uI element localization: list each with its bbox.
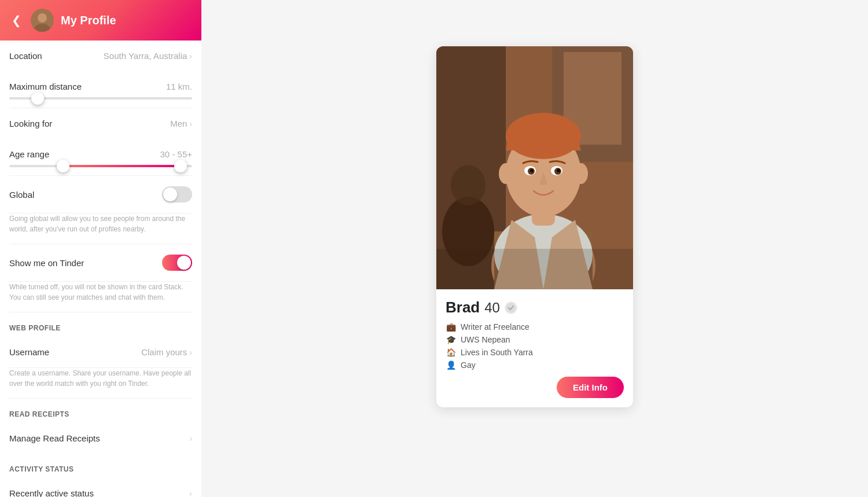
profile-photo	[436, 46, 633, 289]
education-icon: 🎓	[446, 335, 456, 344]
profile-actions: Edit Info	[446, 377, 624, 398]
job-icon: 💼	[446, 322, 456, 332]
profile-header: ❮ My Profile	[0, 0, 201, 41]
show-on-tinder-toggle[interactable]	[162, 255, 192, 271]
age-range-section: Age range 30 - 55+	[0, 139, 201, 176]
age-range-value: 30 - 55+	[160, 149, 192, 159]
looking-for-section: Looking for Men ›	[0, 108, 201, 139]
show-on-tinder-label: Show me on Tinder	[9, 258, 84, 268]
location-chevron: ›	[189, 51, 192, 61]
svg-point-1	[38, 13, 47, 23]
recently-active-label: Recently active status	[9, 488, 94, 497]
web-profile-header: WEB PROFILE	[0, 312, 201, 337]
orientation-icon: 👤	[446, 360, 456, 370]
looking-for-label: Looking for	[9, 119, 52, 128]
global-toggle[interactable]	[162, 186, 192, 203]
right-area: Brad 40 💼 Writer at Freelance 🎓 UWS Nepe…	[201, 0, 868, 497]
age-range-label-row: Age range 30 - 55+	[9, 141, 192, 165]
orientation-text: Gay	[461, 360, 476, 370]
global-row: Global	[9, 176, 192, 213]
global-section: Global Going global will allow you to se…	[0, 176, 201, 244]
verified-icon	[505, 301, 517, 314]
location-value: South Yarra, Australia ›	[104, 51, 192, 61]
manage-read-receipts-chevron: ›	[189, 434, 192, 443]
edit-info-button[interactable]: Edit Info	[557, 377, 624, 398]
svg-point-23	[451, 165, 486, 205]
profile-orientation: 👤 Gay	[446, 360, 624, 370]
username-row[interactable]: Username Claim yours ›	[9, 337, 192, 368]
recently-active-row[interactable]: Recently active status ›	[9, 478, 192, 497]
age-range-label: Age range	[9, 149, 49, 159]
show-on-tinder-knob	[177, 256, 191, 270]
page-title: My Profile	[61, 14, 116, 27]
profile-name-row: Brad 40	[446, 299, 624, 316]
username-label: Username	[9, 347, 49, 357]
global-toggle-knob	[163, 187, 177, 201]
activity-status-header: ACTIVITY STATUS	[0, 454, 201, 478]
activity-status-section: Recently active status ›	[0, 478, 201, 497]
read-receipts-header: READ RECEIPTS	[0, 399, 201, 423]
profile-info: Brad 40 💼 Writer at Freelance 🎓 UWS Nepe…	[436, 289, 633, 407]
max-distance-container: Maximum distance 11 km.	[9, 71, 192, 108]
location-row[interactable]: Location South Yarra, Australia ›	[9, 41, 192, 71]
max-distance-value: 11 km.	[166, 82, 192, 91]
svg-point-22	[442, 197, 494, 266]
looking-for-chevron: ›	[189, 119, 192, 128]
distance-slider-thumb[interactable]	[31, 92, 44, 105]
svg-point-24	[506, 303, 516, 313]
svg-point-20	[574, 163, 588, 184]
avatar	[31, 9, 54, 32]
manage-read-receipts-label: Manage Read Receipts	[9, 433, 100, 443]
looking-for-row[interactable]: Looking for Men ›	[9, 108, 192, 139]
svg-point-17	[530, 169, 534, 172]
education-text: UWS Nepean	[461, 335, 510, 344]
settings-section: Location South Yarra, Australia ›	[0, 41, 201, 71]
profile-card: Brad 40 💼 Writer at Freelance 🎓 UWS Nepe…	[436, 46, 633, 407]
location-icon: 🏠	[446, 348, 456, 357]
looking-for-value: Men ›	[170, 119, 192, 128]
profile-age: 40	[484, 300, 500, 316]
profile-location: 🏠 Lives in South Yarra	[446, 348, 624, 357]
age-slider-thumb-right[interactable]	[174, 160, 187, 172]
distance-slider-track[interactable]	[9, 97, 192, 100]
age-slider-fill	[60, 165, 183, 167]
read-receipts-section: Manage Read Receipts ›	[0, 423, 201, 454]
profile-job: 💼 Writer at Freelance	[446, 322, 624, 332]
show-on-tinder-section: Show me on Tinder While turned off, you …	[0, 244, 201, 312]
job-text: Writer at Freelance	[461, 322, 529, 332]
back-button[interactable]: ❮	[9, 11, 24, 30]
username-description: Create a username. Share your username. …	[9, 368, 192, 399]
profile-education: 🎓 UWS Nepean	[446, 335, 624, 344]
max-distance-section: Maximum distance 11 km.	[0, 71, 201, 108]
location-text: Lives in South Yarra	[461, 348, 533, 357]
location-label: Location	[9, 51, 42, 61]
manage-read-receipts-row[interactable]: Manage Read Receipts ›	[9, 423, 192, 454]
web-profile-section: Username Claim yours › Create a username…	[0, 337, 201, 399]
show-on-tinder-description: While turned off, you will not be shown …	[9, 282, 192, 312]
age-slider-track[interactable]	[9, 165, 192, 167]
username-chevron: ›	[189, 348, 192, 357]
global-description: Going global will allow you to see peopl…	[9, 213, 192, 244]
recently-active-chevron: ›	[189, 489, 192, 498]
left-panel: ❮ My Profile Location South Yarra, Austr…	[0, 0, 201, 497]
svg-point-18	[557, 169, 560, 172]
show-on-tinder-row: Show me on Tinder	[9, 244, 192, 282]
age-slider-thumb-left[interactable]	[57, 160, 69, 172]
profile-name: Brad	[446, 299, 480, 316]
svg-point-19	[499, 163, 513, 184]
global-label: Global	[9, 190, 34, 200]
profile-photo-svg	[436, 46, 633, 289]
max-distance-label: Maximum distance	[9, 82, 82, 91]
username-value: Claim yours ›	[141, 347, 192, 357]
back-icon: ❮	[12, 14, 21, 27]
age-range-container: Age range 30 - 55+	[9, 139, 192, 176]
